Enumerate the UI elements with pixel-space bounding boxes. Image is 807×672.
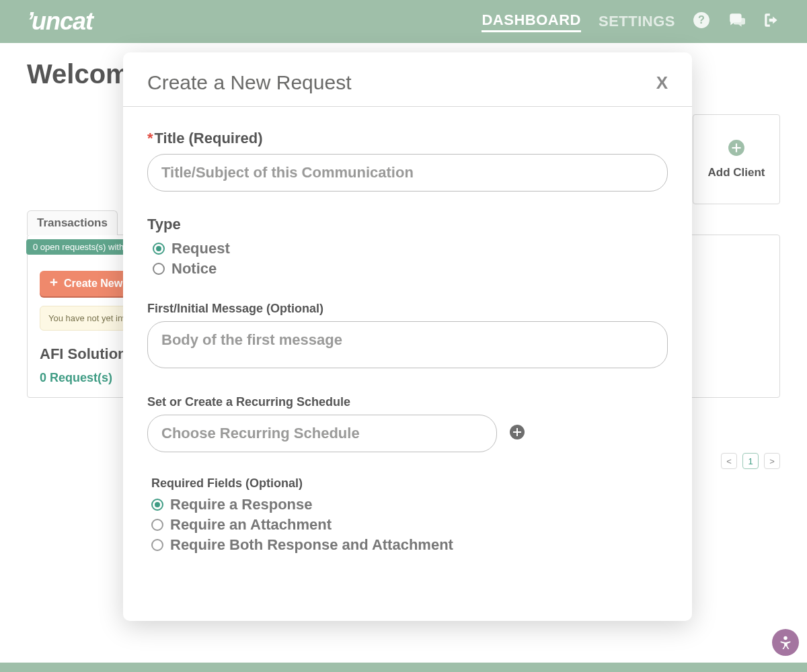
svg-rect-4: [732, 147, 741, 149]
rf-option-response[interactable]: Require a Response: [151, 496, 668, 513]
first-message-label: First/Initial Message (Optional): [147, 302, 668, 316]
schedule-select[interactable]: Choose Recurring Schedule: [147, 415, 497, 452]
svg-rect-6: [50, 282, 58, 283]
modal-title: Create a New Request: [147, 71, 352, 94]
pager-current[interactable]: 1: [742, 453, 759, 469]
plus-icon: [49, 278, 59, 290]
top-bar: uncat DASHBOARD SETTINGS ?: [0, 0, 807, 43]
modal-close-button[interactable]: X: [656, 73, 668, 93]
tab-transactions[interactable]: Transactions: [27, 210, 118, 235]
pagination: < 1 >: [721, 453, 780, 469]
plus-circle-icon: [728, 139, 745, 159]
rf-option-attachment[interactable]: Require an Attachment: [151, 516, 668, 534]
svg-point-10: [783, 636, 787, 640]
svg-rect-9: [513, 431, 521, 433]
schedule-placeholder: Choose Recurring Schedule: [161, 425, 360, 442]
title-input[interactable]: [147, 154, 668, 192]
pager-next[interactable]: >: [764, 453, 780, 469]
type-option-request[interactable]: Request: [153, 240, 668, 257]
type-label: Type: [147, 216, 668, 233]
nav-settings[interactable]: SETTINGS: [599, 13, 675, 30]
radio-icon: [153, 263, 165, 275]
accessibility-button[interactable]: [772, 629, 799, 656]
radio-icon: [151, 539, 163, 551]
create-request-modal: Create a New Request X *Title (Required)…: [123, 52, 692, 621]
radio-icon: [151, 519, 163, 531]
rf-option-label: Require a Response: [170, 496, 313, 513]
logout-icon[interactable]: [763, 11, 780, 32]
required-fields-label: Required Fields (Optional): [147, 476, 668, 491]
type-option-label: Request: [171, 240, 230, 257]
rf-option-label: Require an Attachment: [170, 516, 332, 534]
title-field-label: *Title (Required): [147, 130, 668, 147]
footer-strip: [0, 663, 807, 672]
modal-body: *Title (Required) Type Request Notice Fi…: [123, 107, 692, 621]
rf-option-label: Require Both Response and Attachment: [170, 536, 453, 554]
open-requests-badge: 0 open requests(s) with t: [26, 239, 135, 255]
add-client-label: Add Client: [708, 166, 765, 179]
pager-prev[interactable]: <: [721, 453, 737, 469]
required-fields-group: Require a Response Require an Attachment…: [147, 496, 668, 554]
schedule-label: Set or Create a Recurring Schedule: [147, 395, 668, 409]
nav-dashboard[interactable]: DASHBOARD: [482, 11, 581, 32]
help-icon[interactable]: ?: [693, 11, 710, 32]
brand-logo: uncat: [27, 7, 93, 36]
add-schedule-button[interactable]: [509, 424, 525, 443]
rf-option-both[interactable]: Require Both Response and Attachment: [151, 536, 668, 554]
svg-text:?: ?: [698, 13, 705, 26]
type-radio-group: Request Notice: [147, 240, 668, 278]
chat-icon[interactable]: [728, 11, 745, 32]
add-client-card[interactable]: Add Client: [693, 114, 780, 204]
type-option-label: Notice: [171, 260, 217, 278]
radio-icon: [151, 499, 163, 511]
radio-icon: [153, 243, 165, 255]
first-message-input[interactable]: [147, 321, 668, 368]
type-option-notice[interactable]: Notice: [153, 260, 668, 278]
top-nav: DASHBOARD SETTINGS ?: [482, 11, 780, 32]
modal-header: Create a New Request X: [123, 52, 692, 107]
